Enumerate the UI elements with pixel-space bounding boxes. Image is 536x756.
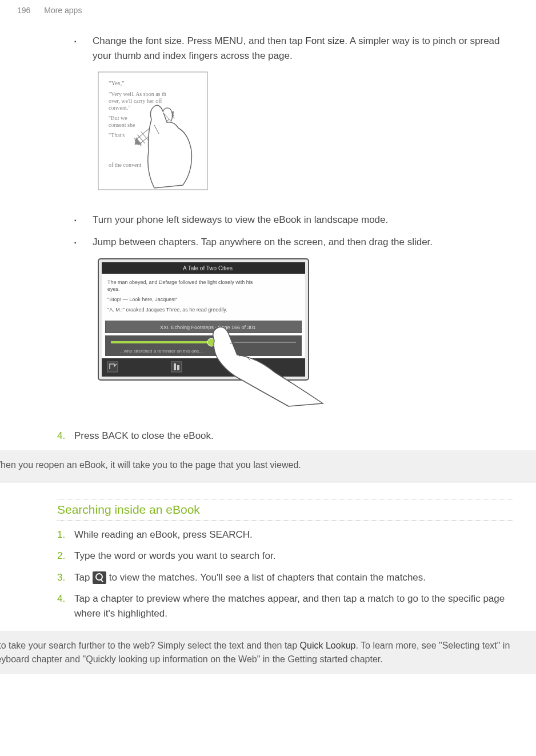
tip-text: Want to take your search further to the …: [0, 639, 513, 666]
step-text: Type the word or words you want to searc…: [74, 549, 513, 563]
search-section: Searching inside an eBook 1. While readi…: [0, 499, 536, 621]
bullet-text: Turn your phone left sideways to view th…: [93, 213, 513, 227]
svg-rect-35: [107, 362, 118, 372]
bullet-marker: ▪: [74, 235, 93, 250]
svg-text:"Very well. As soon as th: "Very well. As soon as th: [109, 91, 166, 97]
svg-text:"A. M.!" croaked Jacques Three: "A. M.!" croaked Jacques Three, as he re…: [107, 307, 227, 313]
tip-quick-lookup: Want to take your search further to the …: [0, 631, 536, 674]
page-body: ▪ Change the font size. Press MENU, and …: [0, 17, 536, 443]
figure-slider: A Tale of Two Cities The man obeyed, and…: [97, 258, 513, 412]
bullet-item-landscape: ▪ Turn your phone left sideways to view …: [74, 213, 513, 227]
step-text: Press BACK to close the eBook.: [74, 429, 513, 443]
step-number: 2.: [57, 549, 74, 563]
step-number: 4.: [57, 591, 74, 621]
svg-text:"Yes,": "Yes,": [109, 79, 125, 86]
section-title: More apps: [44, 6, 82, 15]
step-text: Tap a chapter to preview where the match…: [74, 591, 513, 621]
svg-text:XXI. Echoing Footsteps · Page : XXI. Echoing Footsteps · Page 166 of 301: [160, 325, 256, 330]
svg-text:...who stretched a reminder on: ...who stretched a reminder on this one.…: [120, 349, 203, 354]
svg-text:of the convent: of the convent: [109, 162, 141, 168]
step-text: Tap to view the matches. You'll see a li…: [74, 570, 513, 585]
svg-text:A Tale of Two Cities: A Tale of Two Cities: [183, 265, 233, 271]
step-text: While reading an eBook, press SEARCH.: [74, 527, 513, 542]
heading-search: Searching inside an eBook: [57, 499, 513, 521]
search-step-3: 3. Tap to view the matches. You'll see a…: [57, 570, 513, 585]
svg-rect-37: [174, 363, 176, 370]
svg-text:consent she: consent she: [109, 122, 135, 128]
svg-text:"But we: "But we: [109, 115, 127, 121]
step-number: 3.: [57, 570, 74, 585]
bullet-marker: ▪: [74, 213, 93, 227]
svg-text:The man obeyed, and Defarge fo: The man obeyed, and Defarge followed the…: [107, 279, 253, 285]
page-number: 196: [17, 6, 30, 15]
bullet-text: Jump between chapters. Tap anywhere on t…: [93, 235, 513, 250]
search-step-2: 2. Type the word or words you want to se…: [57, 549, 513, 563]
svg-text:convent.": convent.": [109, 105, 130, 111]
svg-text:over, we'll carry her off: over, we'll carry her off: [109, 98, 162, 104]
bullet-marker: ▪: [74, 34, 93, 63]
bullet-item-chapters: ▪ Jump between chapters. Tap anywhere on…: [74, 235, 513, 250]
svg-rect-36: [171, 362, 182, 372]
note-reopen: When you reopen an eBook, it will take y…: [0, 450, 536, 483]
step-number: 4.: [57, 429, 74, 443]
figure-pinch: "Yes," "Very well. As soon as th over, w…: [97, 71, 513, 195]
bullet-item-font-size: ▪ Change the font size. Press MENU, and …: [74, 34, 513, 63]
search-step-1: 1. While reading an eBook, press SEARCH.: [57, 527, 513, 542]
page-header: 196 More apps: [0, 0, 536, 17]
step-4-close: 4. Press BACK to close the eBook.: [57, 429, 513, 443]
search-step-4: 4. Tap a chapter to preview where the ma…: [57, 591, 513, 621]
svg-rect-38: [177, 365, 179, 370]
search-icon: [93, 571, 106, 584]
svg-text:"That's: "That's: [109, 132, 125, 138]
note-text: When you reopen an eBook, it will take y…: [0, 458, 513, 472]
bullet-text: Change the font size. Press MENU, and th…: [93, 34, 513, 63]
svg-text:eyes.: eyes.: [107, 286, 120, 292]
step-number: 1.: [57, 527, 74, 542]
svg-text:"Stop! — Look here, Jacques!": "Stop! — Look here, Jacques!": [107, 297, 177, 302]
